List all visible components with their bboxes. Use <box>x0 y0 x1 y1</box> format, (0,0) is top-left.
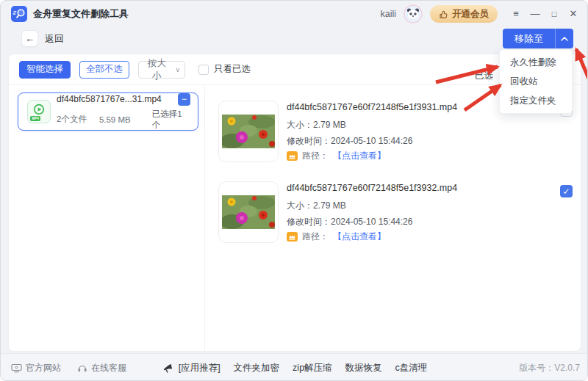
data-recovery-link[interactable]: 数据恢复 <box>345 362 382 374</box>
selected-summary-partial: 已选 <box>475 70 493 82</box>
video-thumbnail[interactable] <box>218 181 279 243</box>
group-file-count: 2个文件 <box>57 114 99 125</box>
back-button[interactable]: ← 返回 <box>21 30 64 47</box>
panel-divider <box>204 85 205 351</box>
chevron-up-icon <box>561 37 568 41</box>
app-promo-link[interactable]: [应用推荐] <box>162 362 220 374</box>
file-time-line: 修改时间：2024-05-10 15:44:26 <box>287 135 412 148</box>
vip-crown-icon <box>287 232 298 242</box>
toolbar: 智能选择 全部不选 按大小 ∨ 只看已选 <box>9 54 581 85</box>
path-label: 路径： <box>302 150 329 162</box>
online-service-link[interactable]: 在线客服 <box>77 362 126 374</box>
app-promo-label: [应用推荐] <box>179 362 220 374</box>
remove-to-button: 移除至 <box>503 29 573 48</box>
maximize-button[interactable]: □ <box>546 6 562 22</box>
file-name: df44bfc5871767e60f72148f5e1f3932.mp4 <box>287 183 457 193</box>
folder-encrypt-link[interactable]: 文件夹加密 <box>234 362 280 374</box>
path-view-link[interactable]: 【点击查看】 <box>333 231 386 243</box>
remove-to-dropdown-toggle[interactable] <box>555 29 573 48</box>
user-avatar[interactable] <box>404 4 423 23</box>
flower-thumbnail-image <box>222 195 275 229</box>
group-checkbox-indeterminate[interactable]: − <box>178 93 190 106</box>
menu-item-recycle-bin[interactable]: 回收站 <box>500 72 572 91</box>
mp4-file-icon: MP4 <box>27 100 51 123</box>
deselect-all-button[interactable]: 全部不选 <box>79 61 129 79</box>
sort-by-size-label: 按大小 <box>143 57 170 82</box>
monitor-icon <box>11 363 22 373</box>
group-filename: df44bfc5871767e...31.mp4 <box>57 94 178 104</box>
vip-button[interactable]: 开通会员 <box>430 5 498 23</box>
group-total-size: 5.59 MB <box>99 115 152 124</box>
zip-unzip-link[interactable]: zip解压缩 <box>293 362 331 374</box>
official-site-link[interactable]: 官方网站 <box>11 362 61 374</box>
file-checkbox-checked[interactable]: ✓ <box>560 185 573 197</box>
version-label: 版本号：V2.0.7 <box>519 362 580 374</box>
minimize-button[interactable]: — <box>527 6 543 22</box>
file-size-line: 大小：2.79 MB <box>287 200 346 212</box>
app-title: 金舟重复文件删除工具 <box>33 7 129 21</box>
close-button[interactable]: ✕ <box>565 6 581 22</box>
back-arrow-icon: ← <box>21 30 38 47</box>
official-site-label: 官方网站 <box>26 362 61 374</box>
megaphone-icon <box>162 363 174 373</box>
vip-crown-icon <box>287 151 298 161</box>
menu-item-permanent-delete[interactable]: 永久性删除 <box>500 53 572 72</box>
app-window: 金舟重复文件删除工具 kaili 开通会员 ≡ — <box>0 0 588 381</box>
footer: 官方网站 在线客服 [应用推荐] 文件夹加密 zip解压缩 <box>1 353 588 381</box>
back-label: 返回 <box>45 32 64 46</box>
chevron-down-icon: ∨ <box>175 66 180 73</box>
svg-text:MP4: MP4 <box>32 117 39 120</box>
remove-to-action[interactable]: 移除至 <box>503 29 555 48</box>
sort-by-size-dropdown[interactable]: 按大小 ∨ <box>138 61 185 79</box>
titlebar: 金舟重复文件删除工具 kaili 开通会员 ≡ — <box>1 1 588 27</box>
thumbs-up-icon <box>439 10 448 19</box>
file-size-line: 大小：2.79 MB <box>287 119 346 131</box>
path-view-link[interactable]: 【点击查看】 <box>333 150 386 162</box>
remove-to-menu: 永久性删除 回收站 指定文件夹 <box>499 49 573 114</box>
menu-item-specified-folder[interactable]: 指定文件夹 <box>500 91 572 110</box>
path-label: 路径： <box>302 231 329 243</box>
video-thumbnail[interactable] <box>218 101 279 162</box>
app-logo-icon <box>11 6 27 22</box>
vip-button-label: 开通会员 <box>452 8 489 21</box>
headset-icon <box>77 363 87 373</box>
username-label: kaili <box>380 9 396 19</box>
flower-thumbnail-image <box>222 115 275 148</box>
menu-button[interactable]: ≡ <box>508 6 524 22</box>
group-selected-count: 已选择1个 <box>152 109 190 131</box>
file-name: df44bfc5871767e60f72148f5e1f3931.mp4 <box>287 102 457 112</box>
c-drive-clean-link[interactable]: c盘清理 <box>395 362 428 374</box>
online-service-label: 在线客服 <box>91 362 126 374</box>
file-group-card[interactable]: MP4 df44bfc5871767e...31.mp4 − 2个文件 5.59… <box>18 92 198 131</box>
file-time-line: 修改时间：2024-05-10 15:44:26 <box>287 216 412 228</box>
checkbox-icon <box>198 65 209 75</box>
file-row[interactable]: df44bfc5871767e60f72148f5e1f3932.mp4 大小：… <box>218 181 575 247</box>
only-selected-label: 只看已选 <box>214 63 251 76</box>
smart-select-button[interactable]: 智能选择 <box>19 61 71 79</box>
main-panel: 智能选择 全部不选 按大小 ∨ 只看已选 已选 MP4 <box>8 54 581 352</box>
only-selected-checkbox[interactable]: 只看已选 <box>198 63 251 76</box>
